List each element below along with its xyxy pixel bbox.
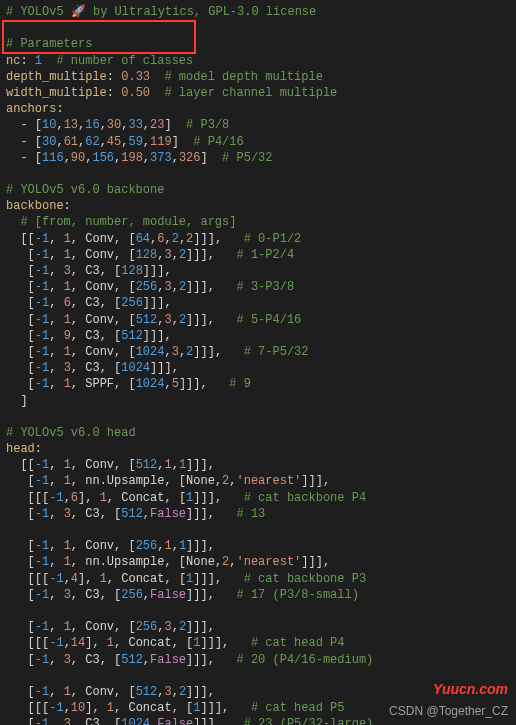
depth-multiple-line: depth_multiple: 0.33 # model depth multi… [6, 69, 510, 85]
backbone-row: [[-1, 1, Conv, [64,6,2,2]]], # 0-P1/2 [6, 231, 510, 247]
head-row: [-1, 1, nn.Upsample, [None,2,'nearest']]… [6, 473, 510, 489]
width-multiple-line: width_multiple: 0.50 # layer channel mul… [6, 85, 510, 101]
backbone-row: [-1, 1, Conv, [256,3,2]]], # 3-P3/8 [6, 279, 510, 295]
backbone-row: [-1, 1, Conv, [128,3,2]]], # 1-P2/4 [6, 247, 510, 263]
backbone-header: # YOLOv5 v6.0 backbone [6, 182, 510, 198]
top-comment: # YOLOv5 🚀 by Ultralytics, GPL-3.0 licen… [6, 4, 510, 20]
head-row: [-1, 1, Conv, [256,3,2]]], [6, 619, 510, 635]
head-row: [[[-1,6], 1, Concat, [1]]], # cat backbo… [6, 490, 510, 506]
watermark-yuucn: Yuucn.com [433, 680, 508, 699]
watermark-csdn: CSDN @Together_CZ [389, 703, 508, 719]
backbone-row: [-1, 6, C3, [256]]], [6, 295, 510, 311]
backbone-row: [-1, 9, C3, [512]]], [6, 328, 510, 344]
head-row: [-1, 3, C3, [256,False]]], # 17 (P3/8-sm… [6, 587, 510, 603]
backbone-row: [-1, 1, Conv, [512,3,2]]], # 5-P4/16 [6, 312, 510, 328]
anchors-line: anchors: [6, 101, 510, 117]
anchor-row: - [30,61,62,45,59,119] # P4/16 [6, 134, 510, 150]
anchor-row: - [116,90,156,198,373,326] # P5/32 [6, 150, 510, 166]
head-row: [-1, 3, C3, [512,False]]], # 13 [6, 506, 510, 522]
head-row: [[-1, 1, Conv, [512,1,1]]], [6, 457, 510, 473]
head-row: [-1, 3, C3, [512,False]]], # 20 (P4/16-m… [6, 652, 510, 668]
anchor-row: - [10,13,16,30,33,23] # P3/8 [6, 117, 510, 133]
head-key: head: [6, 441, 510, 457]
backbone-row: [-1, 1, SPPF, [1024,5]]], # 9 [6, 376, 510, 392]
backbone-row: [-1, 3, C3, [1024]]], [6, 360, 510, 376]
head-header: # YOLOv5 v6.0 head [6, 425, 510, 441]
nc-line: nc: 1 # number of classes [6, 53, 510, 69]
head-row: [[[-1,4], 1, Concat, [1]]], # cat backbo… [6, 571, 510, 587]
code-block: # YOLOv5 🚀 by Ultralytics, GPL-3.0 licen… [0, 0, 516, 725]
backbone-key: backbone: [6, 198, 510, 214]
backbone-row: [-1, 1, Conv, [1024,3,2]]], # 7-P5/32 [6, 344, 510, 360]
head-row: [-1, 1, nn.Upsample, [None,2,'nearest']]… [6, 554, 510, 570]
backbone-args-comment: # [from, number, module, args] [6, 214, 510, 230]
backbone-row: [-1, 3, C3, [128]]], [6, 263, 510, 279]
head-row: [-1, 1, Conv, [256,1,1]]], [6, 538, 510, 554]
head-row: [[[-1,14], 1, Concat, [1]]], # cat head … [6, 635, 510, 651]
params-header: # Parameters [6, 36, 510, 52]
